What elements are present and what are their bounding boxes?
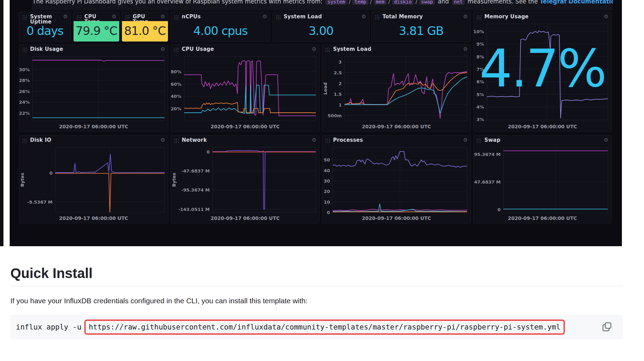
svg-text:-47.6837 M: -47.6837 M xyxy=(181,168,210,174)
gear-icon[interactable]: ⚙ xyxy=(161,138,165,142)
drag-handle-icon[interactable] xyxy=(325,47,330,52)
svg-text:1.5: 1.5 xyxy=(334,92,342,97)
panel-title: Disk IO xyxy=(30,138,161,143)
panel-title: Network xyxy=(182,138,312,143)
svg-text:22%: 22% xyxy=(19,111,30,116)
chart-timestamp: 2020-09-17 06:00:00 UTC xyxy=(171,124,319,132)
panel-title: CPU Usage xyxy=(182,47,312,52)
chart-timestamp: 2020-09-17 06:00:00 UTC xyxy=(474,215,611,223)
svg-text:0: 0 xyxy=(327,210,330,214)
copy-button[interactable] xyxy=(601,322,612,333)
svg-text:10%: 10% xyxy=(474,29,484,34)
drag-handle-icon[interactable] xyxy=(325,138,330,143)
drag-handle-icon[interactable] xyxy=(22,47,27,52)
svg-text:30: 30 xyxy=(324,178,330,184)
page-title: Quick Install xyxy=(10,266,623,286)
chart-timestamp: 2020-09-17 06:00:00 UTC xyxy=(19,215,168,223)
metric-chip: mem xyxy=(374,0,387,5)
drag-handle-icon[interactable] xyxy=(174,138,179,143)
url-highlight-annotation: https://raw.githubusercontent.com/influx… xyxy=(84,320,565,335)
panel-title: Memory Usage xyxy=(484,14,604,19)
panel-title: System Load xyxy=(333,47,463,52)
svg-text:95.3674 M: 95.3674 M xyxy=(474,152,501,157)
gear-icon[interactable]: ⚙ xyxy=(312,47,316,52)
drag-handle-icon[interactable] xyxy=(476,138,482,143)
drag-handle-icon[interactable] xyxy=(276,15,281,19)
gear-icon[interactable]: ⚙ xyxy=(463,138,468,142)
drag-handle-icon[interactable] xyxy=(125,15,130,19)
panel-title: Disk Usage xyxy=(30,47,161,52)
metric-chip: system xyxy=(325,0,347,5)
drag-handle-icon[interactable] xyxy=(174,15,179,19)
svg-text:0: 0 xyxy=(207,149,210,155)
svg-text:0: 0 xyxy=(498,207,501,212)
panel-total-memory: Total Memory ⚙ 3.81 GB xyxy=(371,12,471,42)
gear-icon[interactable]: ⚙ xyxy=(604,138,608,142)
panel-cpu-usage: CPU Usage ⚙ 80%60%40%20% 2020-09-17 06:0… xyxy=(171,44,320,132)
stat-value: 3.00 xyxy=(273,21,369,41)
command-prefix: influx apply -u xyxy=(16,323,82,331)
svg-text:10: 10 xyxy=(324,200,330,205)
panel-title: Swap xyxy=(484,138,604,143)
drag-handle-icon[interactable] xyxy=(22,138,27,143)
chart-timestamp: 2020-09-17 06:00:00 UTC xyxy=(171,215,319,223)
dashboard-description-note: The Raspberry Pi Dashboard gives you an … xyxy=(32,0,613,10)
gear-icon[interactable]: ⚙ xyxy=(112,14,116,19)
svg-text:7%: 7% xyxy=(476,67,484,72)
svg-text:26%: 26% xyxy=(19,89,30,94)
drag-handle-icon[interactable] xyxy=(22,15,27,19)
drag-handle-icon[interactable] xyxy=(476,15,482,19)
disk-usage-chart: 30%28%26%24%22% xyxy=(19,54,168,124)
gear-icon[interactable]: ⚙ xyxy=(362,14,366,19)
install-command-code-block: influx apply -u https://raw.githubuserco… xyxy=(10,315,623,340)
install-instructions-text: If you have your InfluxDB credentials co… xyxy=(10,297,623,305)
gear-icon[interactable]: ⚙ xyxy=(463,14,468,19)
svg-text:60%: 60% xyxy=(171,82,181,87)
gear-icon[interactable]: ⚙ xyxy=(63,14,68,19)
svg-text:28%: 28% xyxy=(19,78,30,83)
drag-handle-icon[interactable] xyxy=(76,15,82,19)
panel-system-uptime: System Uptime ⚙ 0 days xyxy=(19,12,71,42)
metric-chip: diskio xyxy=(392,0,414,5)
gear-icon[interactable]: ⚙ xyxy=(161,47,165,52)
swap-chart: 95.3674 M47.6837 M0 xyxy=(474,145,611,215)
panel-system-load-chart: System Load ⚙ 32.521.51500mLoad 2020-09-… xyxy=(322,44,471,132)
readme-section: Quick Install If you have your InfluxDB … xyxy=(0,246,644,340)
gear-icon[interactable]: ⚙ xyxy=(463,47,468,52)
gear-icon[interactable]: ⚙ xyxy=(604,14,608,19)
gear-icon[interactable]: ⚙ xyxy=(312,138,316,142)
svg-text:2.5: 2.5 xyxy=(334,70,342,75)
svg-text:47.6837 M: 47.6837 M xyxy=(474,179,501,185)
svg-text:6%: 6% xyxy=(476,79,484,84)
memory-usage-chart: 10%9%8%7%6%5%4%3% xyxy=(474,21,611,124)
svg-text:Load: Load xyxy=(323,82,328,94)
network-chart: 0-47.6837 M-95.3674 M-143.0511 MBytes xyxy=(171,145,319,215)
svg-text:0: 0 xyxy=(49,170,53,176)
svg-text:20: 20 xyxy=(324,189,330,194)
stat-value: 3.81 GB xyxy=(372,21,471,41)
svg-text:40%: 40% xyxy=(171,94,181,99)
svg-text:3: 3 xyxy=(339,59,342,65)
panel-processes: Processes ⚙ 50403020100 2020-09-17 06:00… xyxy=(322,135,471,223)
drag-handle-icon[interactable] xyxy=(174,47,179,52)
panel-cpu-temp: CPU Temp ⚙ 79.9 °C xyxy=(73,12,120,42)
left-edge-strip xyxy=(0,0,3,246)
svg-text:Bytes: Bytes xyxy=(171,173,177,187)
panel-title: Total Memory xyxy=(382,14,463,19)
stat-value: 79.9 °C xyxy=(74,21,119,41)
gear-icon[interactable]: ⚙ xyxy=(161,14,165,19)
telegraf-documentation-link[interactable]: Telegraf Documentation xyxy=(540,0,613,5)
svg-text:40: 40 xyxy=(324,168,330,173)
drag-handle-icon[interactable] xyxy=(375,15,380,19)
panel-gpu-temp: GPU Temp ⚙ 81.0 °C xyxy=(122,12,168,42)
processes-chart: 50403020100 xyxy=(322,145,471,215)
svg-text:-9.5367 M: -9.5367 M xyxy=(27,200,53,205)
svg-text:2: 2 xyxy=(339,81,342,86)
metric-chip: swap xyxy=(419,0,435,5)
copy-icon xyxy=(601,322,612,333)
cpu-usage-chart: 80%60%40%20% xyxy=(171,54,319,124)
panel-ncpus: nCPUs ⚙ 4.00 cpus xyxy=(171,12,270,42)
gear-icon[interactable]: ⚙ xyxy=(263,14,267,19)
panel-network: Network ⚙ 0-47.6837 M-95.3674 M-143.0511… xyxy=(171,135,320,223)
metric-chip: net xyxy=(452,0,465,5)
